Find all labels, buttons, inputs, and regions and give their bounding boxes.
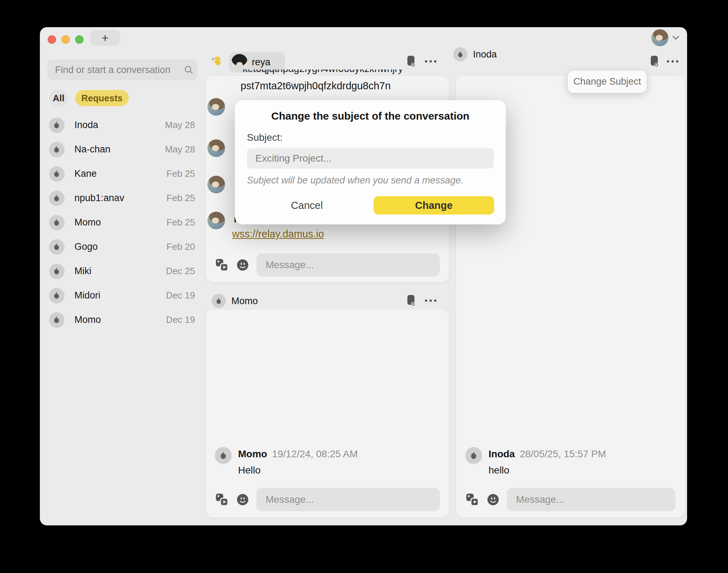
avatar — [207, 176, 225, 193]
avatar — [207, 212, 225, 229]
avatar — [207, 98, 225, 116]
conversation-date: May 28 — [165, 120, 195, 131]
emoji-icon[interactable] — [236, 493, 249, 506]
change-subject-icon[interactable] — [650, 55, 659, 67]
contact-avatar — [49, 166, 65, 182]
conversation-date: Dec 25 — [166, 266, 195, 277]
conversation-date: May 28 — [165, 144, 195, 155]
contact-avatar — [49, 288, 65, 303]
chat-message: Momo 19/12/24, 08:25 AM Hello — [215, 447, 440, 476]
chat-panel-momo: Momo 19/12/24, 08:25 AM Hello — [206, 309, 449, 518]
message-text: Hello — [238, 465, 358, 476]
contact-name: Midori — [74, 290, 101, 301]
emoji-icon[interactable] — [236, 258, 249, 272]
search-input[interactable] — [47, 65, 183, 76]
contact-avatar — [49, 239, 65, 255]
zoom-window-button[interactable] — [75, 35, 84, 44]
change-subject-icon[interactable] — [407, 295, 416, 307]
wave-hand-icon — [212, 55, 224, 68]
contact-avatar — [49, 264, 65, 279]
conversation-date: Feb 20 — [166, 241, 195, 252]
message-sender: Inoda — [489, 448, 515, 460]
filter-all-tab[interactable]: All — [49, 90, 68, 106]
conversation-date: Dec 19 — [166, 314, 195, 325]
message-composer — [206, 253, 449, 277]
change-subject-dialog: Change the subject of the conversation S… — [235, 100, 506, 224]
conversation-list-item[interactable]: Momo Dec 19 — [40, 308, 202, 332]
contact-avatar — [49, 117, 65, 133]
message-timestamp: 28/05/25, 15:57 PM — [520, 448, 606, 460]
filter-requests-tab[interactable]: Requests — [75, 90, 129, 106]
peer-name: Inoda — [473, 49, 497, 60]
conversation-list: Inoda May 28 Na-chan May 28 — [40, 113, 202, 332]
message-composer — [465, 488, 675, 511]
cancel-button[interactable]: Cancel — [286, 196, 328, 215]
contact-avatar — [49, 191, 65, 206]
peer-name: Momo — [231, 296, 258, 307]
conversation-list-item[interactable]: Midori Dec 19 — [40, 283, 202, 308]
npub-text: pst7mta2t6wpjh0qfzkdrdgu8ch7n — [241, 80, 391, 92]
more-options-icon[interactable] — [424, 299, 437, 302]
avatar — [207, 139, 225, 157]
chat-header-momo: Momo — [212, 294, 258, 308]
contact-name: Miki — [74, 266, 91, 277]
app-window: + All Requests Inoda May 28 — [40, 27, 687, 525]
contact-name: npub1:anav — [74, 193, 124, 204]
conversation-list-item[interactable]: Na-chan May 28 — [40, 137, 202, 162]
dialog-title: Change the subject of the conversation — [235, 110, 506, 122]
more-options-icon[interactable] — [666, 60, 679, 63]
subject-note: Subject will be updated when you send a … — [247, 175, 494, 186]
clipped-scrolled-text: ket6qjqtnpag2lygh4wf66uykzknwnjry — [243, 70, 440, 75]
close-window-button[interactable] — [48, 35, 56, 44]
contact-name: Inoda — [74, 120, 98, 131]
attach-media-icon[interactable] — [215, 258, 229, 272]
message-input[interactable] — [507, 488, 675, 511]
search-icon — [183, 65, 194, 75]
peer-avatar — [453, 47, 467, 61]
contact-avatar — [49, 312, 65, 328]
contact-name: Na-chan — [74, 144, 110, 155]
peer-avatar — [212, 294, 226, 308]
peer-name: reya — [252, 57, 271, 68]
message-input[interactable] — [256, 488, 440, 511]
chevron-down-icon — [672, 35, 680, 40]
change-subject-icon[interactable] — [407, 55, 416, 67]
message-sender: Momo — [238, 448, 267, 460]
message-text: hello — [489, 465, 606, 476]
conversation-list-item[interactable]: Inoda May 28 — [40, 113, 202, 137]
chat-message: Inoda 28/05/25, 15:57 PM hello — [465, 447, 675, 476]
conversation-list-item[interactable]: npub1:anav Feb 25 — [40, 186, 202, 210]
conversation-list-item[interactable]: Momo Feb 25 — [40, 210, 202, 235]
conversation-list-item[interactable]: Miki Dec 25 — [40, 259, 202, 283]
change-subject-tooltip: Change Subject — [568, 71, 647, 93]
minimize-window-button[interactable] — [61, 35, 70, 44]
relay-url-link[interactable]: wss://relay.damus.io — [232, 228, 324, 240]
peer-avatar — [231, 54, 248, 70]
new-tab-button[interactable]: + — [90, 30, 120, 46]
contact-name: Momo — [74, 314, 101, 325]
conversation-date: Feb 25 — [166, 193, 195, 204]
message-composer — [215, 488, 440, 511]
sender-avatar — [465, 447, 482, 464]
contact-name: Gogo — [74, 241, 98, 252]
contact-avatar — [49, 142, 65, 157]
conversation-date: Dec 19 — [166, 290, 195, 301]
change-button[interactable]: Change — [374, 196, 494, 215]
search-conversation-box — [47, 59, 198, 80]
attach-media-icon[interactable] — [215, 493, 229, 507]
user-avatar[interactable] — [651, 29, 668, 46]
account-menu[interactable] — [651, 29, 680, 46]
emoji-icon[interactable] — [486, 493, 500, 506]
message-timestamp: 19/12/24, 08:25 AM — [272, 448, 358, 460]
subject-input[interactable] — [247, 148, 494, 169]
conversation-date: Feb 25 — [166, 168, 195, 179]
conversation-date: Feb 25 — [166, 217, 195, 228]
contact-avatar — [49, 215, 65, 230]
contact-name: Kane — [74, 168, 97, 179]
conversation-list-item[interactable]: Gogo Feb 20 — [40, 235, 202, 259]
conversation-list-item[interactable]: Kane Feb 25 — [40, 162, 202, 186]
more-options-icon[interactable] — [424, 60, 437, 63]
subject-label: Subject: — [247, 132, 506, 143]
attach-media-icon[interactable] — [465, 493, 479, 507]
message-input[interactable] — [256, 253, 440, 277]
